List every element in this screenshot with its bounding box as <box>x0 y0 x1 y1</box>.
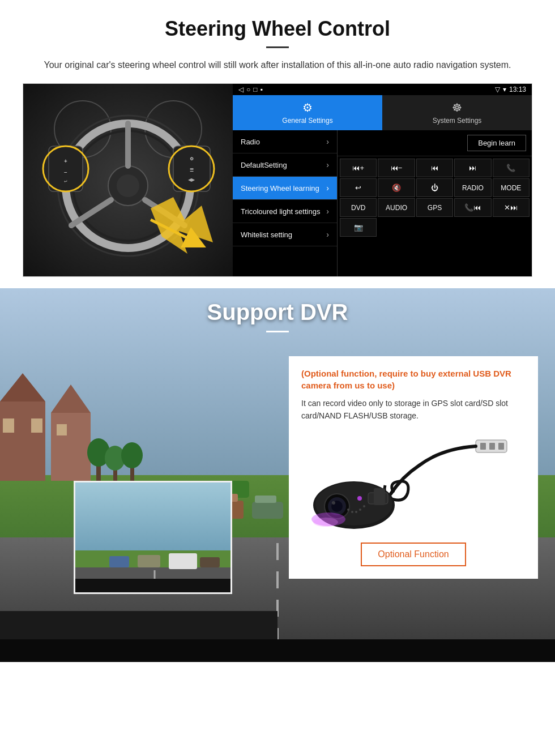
svg-rect-58 <box>138 555 160 567</box>
svg-rect-59 <box>169 553 197 569</box>
svg-rect-61 <box>75 579 232 594</box>
svg-line-8 <box>71 200 111 225</box>
btn-vol-down[interactable]: ⏮− <box>378 159 415 177</box>
svg-point-37 <box>121 442 143 468</box>
svg-point-81 <box>313 518 338 527</box>
dvr-camera-image <box>301 432 526 533</box>
menu-radio-label: Radio <box>241 138 260 146</box>
menu-item-steering[interactable]: Steering Wheel learning › <box>233 177 337 200</box>
menu-item-default[interactable]: DefaultSetting › <box>233 153 337 177</box>
chevron-icon: › <box>326 160 329 169</box>
svg-rect-65 <box>498 443 504 450</box>
svg-rect-29 <box>3 418 14 433</box>
svg-rect-44 <box>255 496 276 503</box>
tab-general[interactable]: ⚙ General Settings <box>233 95 382 130</box>
menu-item-tricolour[interactable]: Tricoloured light settings › <box>233 200 337 223</box>
status-bar: ◁ ○ □ ▪ ▽ ▾ 13:13 <box>233 84 532 95</box>
btn-prev-track[interactable]: ⏮ <box>416 159 453 177</box>
svg-point-71 <box>332 501 335 505</box>
dvr-section: Support DVR <box>0 288 555 662</box>
menu-default-label: DefaultSetting <box>241 161 287 169</box>
time-display: 13:13 <box>509 86 526 93</box>
svg-point-72 <box>357 496 362 501</box>
btn-cancel-next[interactable]: ✕⏭ <box>493 198 530 217</box>
btn-radio[interactable]: RADIO <box>454 178 491 197</box>
menu-btn[interactable]: ▪ <box>261 86 263 93</box>
btn-next-track[interactable]: ⏭ <box>454 159 491 177</box>
btn-audio[interactable]: AUDIO <box>378 198 415 217</box>
dvr-background: Support DVR <box>0 288 555 662</box>
optional-function-button[interactable]: Optional Function <box>361 543 466 566</box>
svg-rect-74 <box>374 488 385 505</box>
menu-whitelist-label: Whitelist setting <box>241 230 292 239</box>
svg-text:◀▶: ◀▶ <box>188 177 195 182</box>
home-btn[interactable]: ○ <box>246 86 250 93</box>
control-button-grid: ⏮+ ⏮− ⏮ ⏭ 📞 ↩ 🔇 ⏻ RADIO MODE DVD AUDIO <box>338 156 532 239</box>
svg-rect-27 <box>51 413 91 481</box>
steering-wheel-image: + − ↵ ⚙ ☰ ◀▶ <box>37 95 219 265</box>
dvr-screenshot-thumbnail <box>74 481 232 594</box>
tab-general-label: General Settings <box>282 117 332 125</box>
steering-photo: + − ↵ ⚙ ☰ ◀▶ <box>23 84 233 276</box>
steering-composite: + − ↵ ⚙ ☰ ◀▶ <box>23 83 532 277</box>
svg-rect-25 <box>0 402 45 481</box>
title-divider <box>266 46 289 48</box>
btn-camera[interactable]: 📷 <box>340 218 377 237</box>
svg-point-76 <box>351 511 353 513</box>
svg-rect-30 <box>31 418 42 433</box>
android-menu: Radio › DefaultSetting › Steering Wheel … <box>233 130 532 276</box>
tab-system[interactable]: ☸ System Settings <box>382 95 532 130</box>
chevron-icon: › <box>326 207 329 216</box>
btn-phone-prev[interactable]: 📞⏮ <box>454 198 491 217</box>
svg-rect-60 <box>200 557 220 567</box>
btn-dvd[interactable]: DVD <box>340 198 377 217</box>
svg-text:+: + <box>64 158 67 164</box>
dvr-title-divider <box>266 331 289 332</box>
svg-rect-57 <box>109 556 129 567</box>
chevron-icon: › <box>326 230 329 239</box>
svg-text:⚙: ⚙ <box>190 156 194 161</box>
btn-phone[interactable]: 📞 <box>493 159 530 177</box>
svg-point-77 <box>355 511 357 513</box>
gear-icon: ⚙ <box>302 101 313 114</box>
btn-mode[interactable]: MODE <box>493 178 530 197</box>
svg-marker-20 <box>151 197 213 254</box>
svg-rect-63 <box>480 443 486 450</box>
svg-point-78 <box>359 509 361 511</box>
android-tabs: ⚙ General Settings ☸ System Settings <box>233 95 532 130</box>
svg-rect-64 <box>489 443 495 450</box>
svg-text:−: − <box>64 169 67 176</box>
menu-item-whitelist[interactable]: Whitelist setting › <box>233 223 337 246</box>
dvr-camera-svg <box>306 432 521 533</box>
svg-rect-10 <box>49 146 83 191</box>
svg-text:↵: ↵ <box>64 179 68 184</box>
menu-right: Begin learn ⏮+ ⏮− ⏮ ⏭ 📞 ↩ 🔇 ⏻ R <box>338 130 532 276</box>
btn-vol-up[interactable]: ⏮+ <box>340 159 377 177</box>
dvr-title-overlay: Support DVR <box>0 288 555 349</box>
android-panel: ◁ ○ □ ▪ ▽ ▾ 13:13 ⚙ General Settings ☸ S… <box>233 84 532 276</box>
dvr-title: Support DVR <box>11 300 544 325</box>
dvr-description: It can record video only to storage in G… <box>301 397 526 422</box>
wifi-icon: ▾ <box>503 86 506 93</box>
steering-description: Your original car's steering wheel contr… <box>34 58 521 72</box>
back-btn[interactable]: ◁ <box>238 86 244 93</box>
dvr-info-card: (Optional function, require to buy exter… <box>289 356 538 579</box>
svg-point-79 <box>363 505 365 507</box>
svg-rect-43 <box>252 502 283 519</box>
menu-steering-label: Steering Wheel learning <box>241 184 319 193</box>
svg-point-6 <box>117 174 139 197</box>
menu-item-radio[interactable]: Radio › <box>233 130 337 153</box>
svg-rect-52 <box>0 639 555 662</box>
tab-system-label: System Settings <box>433 117 482 125</box>
svg-text:☰: ☰ <box>190 168 194 173</box>
btn-hang-up[interactable]: ↩ <box>340 178 377 197</box>
chevron-icon: › <box>326 137 329 146</box>
btn-mute[interactable]: 🔇 <box>378 178 415 197</box>
begin-learn-button[interactable]: Begin learn <box>467 135 526 151</box>
btn-gps[interactable]: GPS <box>416 198 453 217</box>
signal-icon: ▽ <box>495 86 500 93</box>
begin-learn-row: Begin learn <box>338 130 532 156</box>
recent-btn[interactable]: □ <box>253 86 257 93</box>
btn-power[interactable]: ⏻ <box>416 178 453 197</box>
svg-rect-31 <box>57 424 67 435</box>
